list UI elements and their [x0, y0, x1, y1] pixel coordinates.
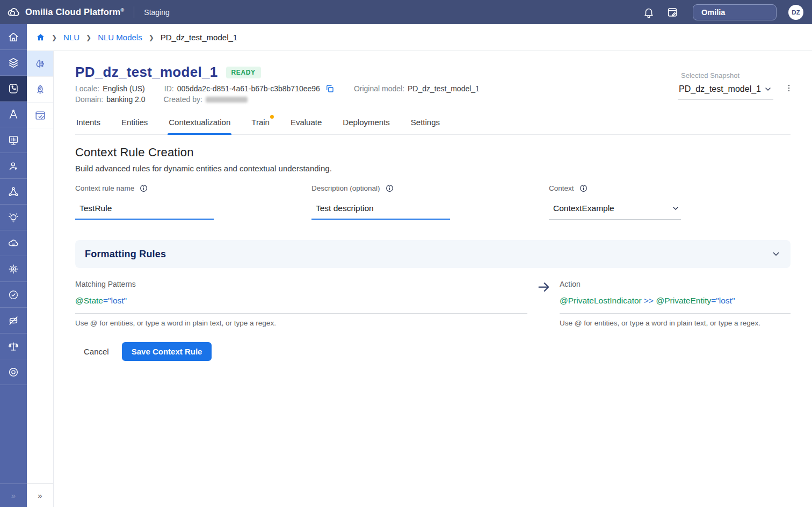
sidebar-item-cloud-services[interactable] [0, 230, 27, 256]
secondary-item-deployments[interactable] [27, 77, 53, 103]
context-select-value: ContextExample [553, 204, 614, 213]
secondary-item-nlu[interactable] [27, 51, 53, 77]
info-icon[interactable] [385, 184, 394, 193]
main-sidebar: » [0, 24, 27, 507]
field-rule-name: Context rule name [75, 184, 311, 220]
pattern-entity: @PrivateLostIndicator [560, 296, 642, 305]
tab-evaluate[interactable]: Evaluate [289, 118, 323, 134]
tab-deployments[interactable]: Deployments [342, 118, 391, 134]
main-content: PD_dz_test_model_1 READY Locale: English… [54, 51, 812, 507]
arrow-column [527, 280, 560, 327]
rocket-icon [34, 84, 46, 96]
train-notification-dot [270, 115, 274, 119]
avatar-initials: DZ [792, 9, 800, 16]
sidebar-item-kiosk[interactable] [0, 127, 27, 153]
idea-icon [8, 212, 19, 223]
field-context: Context ContextExample [549, 184, 791, 220]
badge-check-icon [8, 289, 19, 301]
sidebar-item-orchestrator[interactable] [0, 179, 27, 205]
sidebar-item-dialogs[interactable] [0, 76, 27, 102]
cancel-button[interactable]: Cancel [84, 347, 109, 356]
sidebar-item-admin[interactable] [0, 256, 27, 282]
release-notes-icon[interactable] [665, 5, 680, 20]
rule-name-input[interactable] [75, 204, 214, 220]
org-selector-value: Omilia [701, 8, 725, 17]
description-input[interactable] [311, 204, 450, 220]
sidebar-item-design[interactable] [0, 102, 27, 127]
meta-original-model: Original model: PD_dz_test_model_1 [354, 84, 480, 93]
meta-id: ID: 005dda2c-d851-4a61-b67b-c3b8b710ee96 [164, 84, 335, 93]
context-select[interactable]: ContextExample [549, 204, 681, 220]
breadcrumb-separator: ❯ [86, 34, 91, 41]
meta-locale: Locale: English (US) [75, 84, 145, 93]
target-icon [8, 366, 19, 378]
sidebar-item-quality[interactable] [0, 282, 27, 308]
chevron-down-icon [764, 85, 772, 93]
save-context-rule-button[interactable]: Save Context Rule [122, 342, 212, 361]
tab-entities[interactable]: Entities [120, 118, 149, 134]
description-label: Description (optional) [311, 184, 380, 192]
arrow-right-icon [536, 280, 551, 294]
action-column: Action @PrivateLostIndicator >> @Private… [560, 280, 791, 327]
org-selector[interactable]: Omilia [693, 4, 777, 20]
status-badge: READY [226, 67, 261, 78]
sidebar-item-support[interactable] [0, 359, 27, 385]
topbar-actions: Omilia DZ [641, 4, 803, 20]
bell-icon[interactable] [641, 5, 656, 20]
nlu-brain-icon [34, 58, 46, 70]
formatting-rules-header[interactable]: Formatting Rules [75, 240, 791, 268]
secondary-item-evaluations[interactable] [27, 103, 53, 128]
breadcrumb-link-nlu[interactable]: NLU [63, 33, 79, 42]
copy-id-icon[interactable] [325, 84, 335, 93]
kebab-menu-icon[interactable] [784, 83, 794, 93]
scales-icon [8, 341, 19, 352]
sidebar-item-home[interactable] [0, 24, 27, 50]
trademark: ® [120, 8, 124, 13]
design-icon [8, 108, 19, 120]
action-pattern-input[interactable]: @PrivateLostIndicator >> @PrivateEntity=… [560, 296, 791, 314]
pattern-entity: @PrivateEntity [656, 296, 711, 305]
meta-created-by: Created by: [164, 95, 248, 104]
info-icon[interactable] [139, 184, 148, 193]
tab-train[interactable]: Train [250, 118, 271, 134]
sidebar-item-insights[interactable] [0, 205, 27, 230]
rule-name-label: Context rule name [75, 184, 134, 192]
model-tabs: Intents Entities Contextualization Train… [75, 118, 791, 135]
section-title: Context Rule Creation [75, 146, 791, 160]
kiosk-icon [8, 134, 19, 146]
secondary-sidebar-collapse-button[interactable]: » [27, 483, 53, 507]
breadcrumb-home-icon[interactable] [36, 33, 45, 42]
cloud-icon [8, 237, 19, 249]
matching-pattern-input[interactable]: @State="lost" [75, 296, 527, 314]
cloud-logo-icon [6, 5, 20, 19]
brand-logo: Omilia Cloud Platform® [6, 5, 124, 19]
network-icon [8, 186, 19, 198]
pattern-operator: >> [642, 296, 656, 305]
pattern-helper-text: Use @ for entities, or type a word in pl… [75, 319, 527, 327]
gear-icon [8, 263, 19, 275]
context-label: Context [549, 184, 574, 192]
tab-settings[interactable]: Settings [410, 118, 441, 134]
top-bar: Omilia Cloud Platform® Staging Omilia DZ [0, 0, 812, 24]
sidebar-item-compliance[interactable] [0, 334, 27, 359]
breadcrumb-link-nlu-models[interactable]: NLU Models [98, 33, 142, 42]
info-icon[interactable] [579, 184, 588, 193]
chevron-down-icon [671, 204, 680, 213]
sidebar-collapse-button[interactable]: » [0, 483, 27, 507]
breadcrumb-current: PD_dz_test_model_1 [161, 33, 237, 42]
evaluation-icon [34, 110, 46, 121]
sidebar-item-data[interactable] [0, 308, 27, 334]
tab-contextualization[interactable]: Contextualization [168, 118, 231, 134]
action-label: Action [560, 280, 791, 288]
breadcrumb: ❯ NLU ❯ NLU Models ❯ PD_dz_test_model_1 [27, 24, 812, 51]
topbar-divider [134, 6, 134, 18]
context-rule-form: Context rule name Description (optional) [75, 184, 791, 220]
field-description: Description (optional) [311, 184, 549, 220]
tab-intents[interactable]: Intents [75, 118, 102, 134]
brand-name: Omilia Cloud Platform® [25, 7, 124, 17]
snapshot-select[interactable]: PD_dz_test_model_1 [678, 84, 773, 100]
page-title: PD_dz_test_model_1 [75, 64, 218, 81]
user-avatar[interactable]: DZ [788, 5, 803, 20]
sidebar-item-applications[interactable] [0, 50, 27, 76]
sidebar-item-agents[interactable] [0, 153, 27, 179]
